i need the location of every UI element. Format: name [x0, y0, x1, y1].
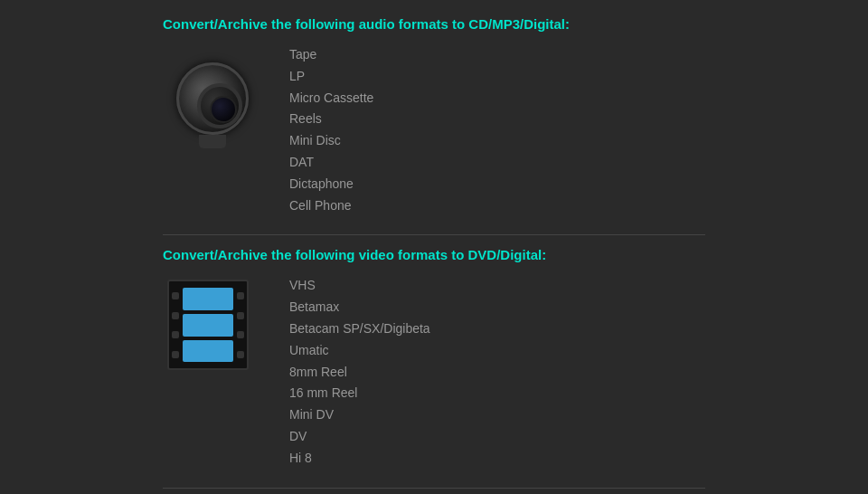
- divider-1: [163, 234, 705, 235]
- audio-section-header: Convert/Archive the following audio form…: [0, 9, 868, 35]
- list-item: Umatic: [289, 340, 430, 362]
- list-item: 8mm Reel: [289, 362, 430, 384]
- list-item: Betamax: [289, 297, 430, 318]
- list-item: Cell Phone: [289, 195, 373, 217]
- list-item: Dictaphone: [289, 174, 373, 195]
- audio-section: TapeLPMicro CassetteReelsMini DiscDATDic…: [0, 35, 868, 225]
- list-item: LP: [289, 66, 373, 88]
- list-item: 16 mm Reel: [289, 383, 430, 404]
- audio-image: [163, 44, 262, 153]
- microphone-icon: [172, 58, 253, 139]
- list-item: VHS: [289, 275, 430, 297]
- video-section-header: Convert/Archive the following video form…: [0, 240, 868, 266]
- film-strip-icon: [167, 280, 258, 379]
- list-item: DAT: [289, 152, 373, 174]
- list-item: Mini Disc: [289, 130, 373, 152]
- list-item: Hi 8: [289, 448, 430, 470]
- page-container: Convert/Archive the following audio form…: [0, 0, 868, 494]
- list-item: Betacam SP/SX/Digibeta: [289, 318, 430, 340]
- list-item: Tape: [289, 44, 373, 66]
- list-item: Micro Cassette: [289, 88, 373, 109]
- audio-format-list: TapeLPMicro CassetteReelsMini DiscDATDic…: [289, 44, 373, 216]
- divider-2: [163, 488, 705, 489]
- video-image: [163, 275, 262, 384]
- list-item: DV: [289, 426, 430, 448]
- list-item: Reels: [289, 109, 373, 130]
- list-item: Mini DV: [289, 404, 430, 426]
- video-section: VHSBetamaxBetacam SP/SX/DigibetaUmatic8m…: [0, 266, 868, 478]
- video-format-list: VHSBetamaxBetacam SP/SX/DigibetaUmatic8m…: [289, 275, 430, 469]
